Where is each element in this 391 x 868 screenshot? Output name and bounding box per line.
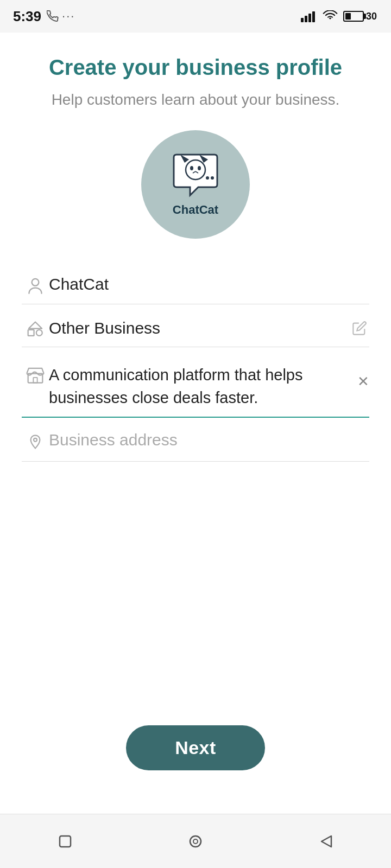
status-bar: 5:39 ··· 30 [0,0,391,33]
status-left: 5:39 ··· [13,8,75,25]
svg-rect-20 [60,836,71,847]
svg-rect-15 [28,330,34,336]
form-section: ChatCat Other Business [22,266,369,467]
description-content: A communication platform that helps busi… [49,363,369,409]
business-name-content: ChatCat [49,273,369,295]
svg-rect-18 [33,378,37,383]
svg-point-12 [211,176,214,180]
avatar-inner: ChatCat [168,152,223,217]
button-area: Next [22,596,369,814]
page-title: Create your business profile [49,54,342,80]
svg-point-21 [190,836,201,847]
wifi-icon [323,10,338,22]
battery-container: 30 [343,11,378,22]
dots-icon: ··· [62,9,75,23]
svg-point-6 [186,160,205,180]
address-field[interactable]: Business address [22,423,369,462]
svg-rect-2 [308,14,311,22]
back-button[interactable] [310,825,342,858]
svg-point-13 [32,279,39,286]
address-content: Business address [49,431,369,449]
call-icon [47,10,59,22]
battery-level: 30 [366,11,377,22]
page-subtitle: Help customers learn about your business… [52,91,340,108]
status-time: 5:39 [13,8,41,25]
svg-marker-14 [29,322,42,328]
location-icon [22,434,49,454]
svg-point-11 [206,176,209,180]
category-field[interactable]: Other Business [22,310,369,347]
signal-icon [301,10,317,22]
svg-point-19 [34,438,37,442]
avatar[interactable]: ChatCat [141,130,250,239]
battery-icon [343,11,364,22]
category-icon [22,321,49,339]
svg-rect-3 [312,11,315,22]
svg-point-8 [198,166,201,170]
chatcat-logo-icon [168,152,223,201]
description-value: A communication platform that helps busi… [49,366,302,406]
store-icon [22,366,49,384]
status-right: 30 [301,10,378,22]
address-placeholder: Business address [49,431,178,449]
home-button[interactable] [179,825,212,858]
category-value: Other Business [49,317,160,339]
description-field[interactable]: A communication platform that helps busi… [22,353,369,418]
next-button[interactable]: Next [126,725,265,770]
business-name-value: ChatCat [49,273,109,295]
category-content: Other Business [49,317,369,339]
svg-rect-0 [301,18,304,22]
business-name-field[interactable]: ChatCat [22,266,369,304]
edit-category-icon[interactable] [350,318,369,338]
svg-point-7 [190,166,193,170]
person-icon [22,277,49,296]
svg-point-16 [36,330,42,336]
recent-apps-button[interactable] [49,825,81,858]
status-icons-left: ··· [47,9,75,23]
main-content: Create your business profile Help custom… [0,33,391,814]
svg-rect-1 [305,16,307,22]
nav-bar [0,814,391,868]
svg-point-22 [193,839,198,844]
clear-description-button[interactable]: ✕ [357,373,369,390]
avatar-brand-label: ChatCat [173,203,218,217]
svg-marker-23 [321,836,331,847]
